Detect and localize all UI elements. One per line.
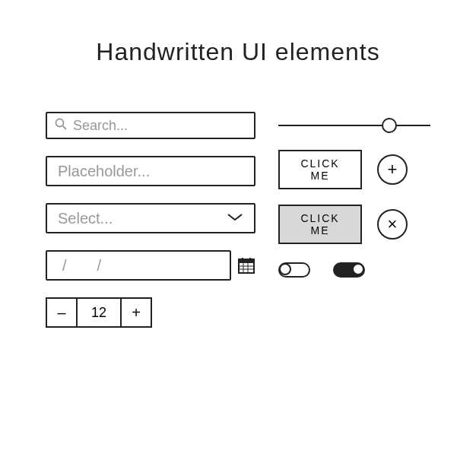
search-input[interactable]: Search...: [46, 112, 255, 139]
close-button[interactable]: ×: [377, 209, 408, 240]
svg-point-0: [56, 119, 64, 127]
chevron-down-icon: [227, 211, 243, 225]
svg-line-1: [63, 126, 67, 130]
click-me-button-secondary[interactable]: CLICK ME: [278, 205, 362, 244]
calendar-icon[interactable]: [237, 256, 255, 274]
select-placeholder: Select...: [58, 210, 113, 227]
toggle-on[interactable]: [333, 262, 365, 278]
date-separator: /: [62, 257, 67, 274]
select-input[interactable]: Select...: [46, 203, 255, 233]
text-placeholder: Placeholder...: [58, 163, 150, 180]
text-input[interactable]: Placeholder...: [46, 156, 255, 186]
toggle-off[interactable]: [278, 262, 310, 278]
slider-thumb[interactable]: [382, 118, 397, 133]
toggle-knob: [279, 263, 291, 275]
slider[interactable]: [278, 116, 430, 135]
svg-rect-3: [239, 259, 254, 263]
search-icon: [55, 118, 67, 133]
stepper-increment-button[interactable]: +: [120, 299, 151, 326]
quantity-stepper: – 12 +: [46, 297, 152, 328]
page-title: Handwritten UI elements: [46, 38, 430, 66]
slider-track: [278, 125, 430, 126]
toggle-knob: [352, 263, 364, 275]
click-me-button[interactable]: CLICK ME: [278, 150, 362, 189]
plus-icon: +: [388, 160, 398, 179]
stepper-decrement-button[interactable]: –: [47, 299, 78, 326]
date-separator: /: [97, 257, 102, 274]
search-placeholder: Search...: [73, 118, 128, 134]
stepper-value: 12: [78, 299, 120, 326]
date-input[interactable]: / /: [46, 250, 231, 281]
close-icon: ×: [388, 214, 398, 234]
add-button[interactable]: +: [377, 154, 408, 185]
